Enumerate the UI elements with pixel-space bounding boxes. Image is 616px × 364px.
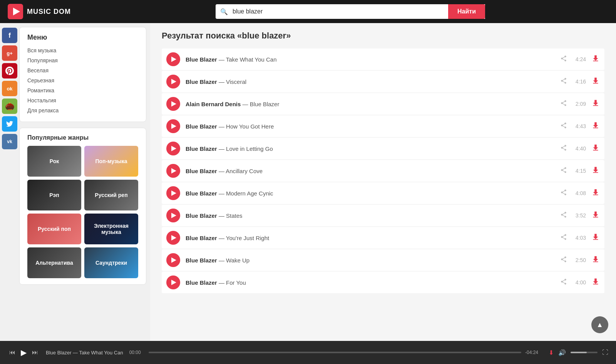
- share-icon-6[interactable]: [560, 189, 567, 197]
- search-button[interactable]: Найти: [448, 4, 485, 19]
- download-icon-0[interactable]: [591, 54, 600, 65]
- play-button-9[interactable]: [166, 253, 180, 267]
- track-row[interactable]: Blue Blazer — Visceral 4:16: [162, 71, 604, 92]
- logo-area: MUSIC DOM: [8, 4, 85, 19]
- track-row[interactable]: Blue Blazer — How You Got Here 4:43: [162, 115, 604, 137]
- download-icon-4[interactable]: [591, 144, 600, 154]
- play-button-2[interactable]: [166, 97, 180, 111]
- share-icon-7[interactable]: [560, 211, 567, 220]
- play-button-6[interactable]: [166, 186, 180, 200]
- menu-item-relax[interactable]: Для релакса: [27, 105, 138, 115]
- genres-grid: Рок Поп-музыка Рэп Русский реп Русский п…: [27, 146, 138, 278]
- play-button-1[interactable]: [166, 75, 180, 88]
- download-button[interactable]: ⬇: [549, 349, 554, 356]
- social-pinterest[interactable]: [2, 63, 17, 78]
- track-row[interactable]: Blue Blazer — For You 4:00: [162, 272, 604, 293]
- track-title-2: Blue Blazer: [250, 101, 280, 107]
- play-button-7[interactable]: [166, 209, 180, 222]
- download-icon-6[interactable]: [591, 188, 600, 199]
- prev-button[interactable]: ⏮: [8, 347, 17, 357]
- progress-bar[interactable]: [149, 352, 521, 353]
- play-button-0[interactable]: [166, 52, 180, 66]
- share-icon-9[interactable]: [560, 256, 567, 264]
- download-icon-9[interactable]: [591, 255, 600, 265]
- genre-alternative[interactable]: Альтернатива: [27, 247, 81, 278]
- volume-button[interactable]: 🔊: [558, 349, 566, 356]
- download-icon-3[interactable]: [591, 121, 600, 132]
- progress-area: 00:00 -04:24: [129, 350, 542, 355]
- share-icon-3[interactable]: [560, 122, 567, 130]
- social-nut[interactable]: 🌰: [2, 99, 17, 114]
- share-icon-1[interactable]: [560, 77, 567, 86]
- track-row[interactable]: Blue Blazer — Take What You Can 4:24: [162, 48, 604, 70]
- social-odnoklassniki[interactable]: ok: [2, 81, 17, 96]
- play-triangle-1: [171, 79, 176, 84]
- expand-button[interactable]: ⛶: [602, 349, 608, 356]
- time-current: 00:00: [129, 350, 145, 355]
- menu-panel: Меню Вся музыка Популярная Веселая Серье…: [19, 27, 146, 122]
- track-duration-9: 2:50: [572, 257, 586, 263]
- share-icon-0[interactable]: [560, 55, 567, 63]
- track-info-3: Blue Blazer — How You Got Here: [186, 123, 555, 130]
- download-icon-2[interactable]: [591, 99, 600, 109]
- social-googleplus[interactable]: g+: [2, 45, 17, 61]
- download-icon-5[interactable]: [591, 166, 600, 176]
- menu-item-serious[interactable]: Серьезная: [27, 75, 138, 85]
- menu-item-fun[interactable]: Веселая: [27, 65, 138, 75]
- track-actions-4: 4:40: [560, 144, 600, 154]
- search-input[interactable]: [233, 4, 448, 19]
- share-icon-10[interactable]: [560, 278, 567, 287]
- play-button-8[interactable]: [166, 231, 180, 245]
- share-icon-2[interactable]: [560, 100, 567, 108]
- search-bar: 🔍 Найти: [216, 4, 485, 19]
- menu-item-all[interactable]: Вся музыка: [27, 45, 138, 55]
- share-icon-8[interactable]: [560, 234, 567, 242]
- download-icon-7[interactable]: [591, 210, 600, 221]
- search-icon: 🔍: [216, 4, 233, 19]
- track-row[interactable]: Blue Blazer — You're Just Right 4:03: [162, 227, 604, 249]
- play-button-3[interactable]: [166, 119, 180, 133]
- social-twitter[interactable]: [2, 116, 17, 132]
- share-icon-4[interactable]: [560, 144, 567, 153]
- track-actions-1: 4:16: [560, 77, 600, 87]
- track-row[interactable]: Blue Blazer — States 3:52: [162, 205, 604, 226]
- share-icon-5[interactable]: [560, 167, 567, 175]
- genre-soundtracks[interactable]: Саундтреки: [84, 247, 138, 278]
- track-artist-3: Blue Blazer: [186, 123, 217, 130]
- genre-electronic[interactable]: Электронная музыка: [84, 214, 138, 244]
- genre-pop[interactable]: Поп-музыка: [84, 146, 138, 177]
- track-duration-0: 4:24: [572, 56, 586, 62]
- genre-rock[interactable]: Рок: [27, 146, 81, 177]
- play-triangle-8: [171, 235, 176, 240]
- genre-rap[interactable]: Рэп: [27, 180, 81, 210]
- track-artist-0: Blue Blazer: [186, 56, 217, 63]
- social-facebook[interactable]: f: [2, 28, 17, 43]
- menu-item-popular[interactable]: Популярная: [27, 55, 138, 65]
- track-artist-9: Blue Blazer: [186, 257, 217, 264]
- track-row[interactable]: Alain Bernard Denis — Blue Blazer 2:09: [162, 93, 604, 115]
- track-separator-6: —: [219, 190, 226, 197]
- genre-russian-pop[interactable]: Русский поп: [27, 214, 81, 244]
- track-row[interactable]: Blue Blazer — Ancillary Cove 4:15: [162, 160, 604, 182]
- track-artist-6: Blue Blazer: [186, 190, 217, 197]
- download-icon-10[interactable]: [591, 277, 600, 288]
- play-button-5[interactable]: [166, 164, 180, 178]
- next-button[interactable]: ⏭: [30, 347, 40, 357]
- menu-item-romance[interactable]: Романтика: [27, 85, 138, 95]
- player-play-button[interactable]: ▶: [21, 348, 27, 357]
- play-triangle-0: [171, 57, 176, 62]
- play-button-10[interactable]: [166, 276, 180, 289]
- volume-bar[interactable]: [571, 352, 598, 353]
- track-row[interactable]: Blue Blazer — Love in Letting Go 4:40: [162, 138, 604, 159]
- play-button-4[interactable]: [166, 142, 180, 155]
- scroll-to-top[interactable]: ▲: [591, 316, 608, 333]
- track-row[interactable]: Blue Blazer — Wake Up 2:50: [162, 249, 604, 271]
- track-row[interactable]: Blue Blazer — Modern Age Cynic 4:08: [162, 182, 604, 204]
- download-icon-8[interactable]: [591, 233, 600, 243]
- download-icon-1[interactable]: [591, 77, 600, 87]
- track-separator-10: —: [219, 279, 226, 286]
- track-duration-2: 2:09: [572, 101, 586, 107]
- social-vkontakte[interactable]: vk: [2, 134, 17, 149]
- genre-russian-rap[interactable]: Русский реп: [84, 180, 138, 210]
- menu-item-nostalgia[interactable]: Ностальгия: [27, 95, 138, 105]
